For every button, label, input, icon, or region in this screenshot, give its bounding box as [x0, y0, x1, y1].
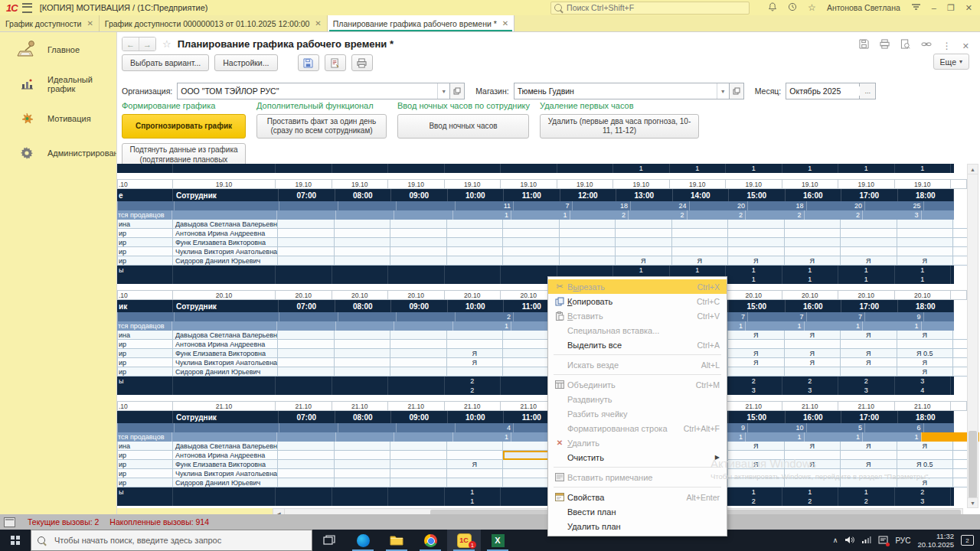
schedule-cell[interactable]: 2	[782, 377, 838, 386]
schedule-cell[interactable]	[560, 238, 616, 247]
preview-icon[interactable]	[900, 38, 910, 52]
shop-open-link-icon[interactable]	[730, 83, 744, 99]
schedule-cell[interactable]: 1	[862, 321, 921, 331]
taskbar-excel-icon[interactable]: X	[481, 530, 514, 551]
schedule-cell[interactable]	[503, 220, 560, 229]
schedule-cell[interactable]	[447, 238, 504, 247]
schedule-cell[interactable]	[390, 247, 447, 256]
schedule-cell[interactable]	[390, 451, 447, 460]
schedule-cell[interactable]: 1	[838, 275, 894, 284]
schedule-cell[interactable]	[276, 321, 335, 331]
action-button-2-1[interactable]: Проставить факт за один день(сразу по вс…	[256, 114, 387, 139]
schedule-cell[interactable]	[390, 256, 447, 266]
page-star-icon[interactable]: ☆	[162, 38, 172, 50]
schedule-cell[interactable]: Я	[785, 358, 841, 367]
schedule-cell[interactable]: 7	[806, 312, 865, 321]
minimize-button[interactable]: –	[932, 3, 936, 12]
schedule-cell[interactable]	[785, 220, 841, 229]
schedule-cell[interactable]	[672, 229, 729, 238]
schedule-cell[interactable]	[728, 451, 785, 460]
schedule-cell[interactable]: 3	[782, 386, 838, 395]
schedule-cell[interactable]	[275, 164, 332, 173]
context-menu-item-11[interactable]: ✕Удалить	[548, 435, 727, 450]
schedule-cell[interactable]	[278, 478, 335, 487]
schedule-cell[interactable]	[560, 247, 616, 256]
schedule-cell[interactable]: 1	[725, 275, 782, 284]
schedule-cell[interactable]	[390, 367, 447, 377]
schedule-cell[interactable]	[672, 220, 729, 229]
schedule-cell[interactable]	[278, 349, 335, 358]
taskbar-search[interactable]: Чтобы начать поиск, введите здесь запрос	[31, 530, 312, 551]
schedule-cell[interactable]	[616, 238, 672, 247]
schedule-cell[interactable]	[897, 247, 954, 256]
tab-close-icon[interactable]: ✕	[315, 19, 321, 28]
schedule-cell[interactable]	[785, 340, 841, 349]
schedule-cell[interactable]: Я	[897, 358, 954, 367]
shop-field[interactable]: ▼	[514, 83, 730, 99]
schedule-cell[interactable]: 2	[838, 377, 894, 386]
tab-close-icon[interactable]: ✕	[502, 19, 508, 28]
save-settings-button[interactable]	[298, 54, 319, 71]
global-search-input[interactable]	[565, 2, 746, 13]
schedule-cell[interactable]	[560, 256, 616, 266]
schedule-cell[interactable]: Я	[897, 256, 954, 266]
schedule-cell[interactable]: 2	[725, 497, 782, 506]
context-menu-item-16[interactable]: Удалить план	[548, 519, 727, 533]
schedule-cell[interactable]	[278, 247, 335, 256]
schedule-cell[interactable]	[447, 367, 504, 377]
schedule-cell[interactable]	[335, 229, 391, 238]
schedule-cell[interactable]	[387, 164, 444, 173]
schedule-cell[interactable]: 1	[782, 487, 838, 497]
schedule-cell[interactable]: Я	[897, 442, 954, 451]
schedule-cell[interactable]	[390, 460, 447, 469]
schedule-cell[interactable]	[785, 247, 841, 256]
schedule-cell[interactable]	[278, 367, 335, 377]
schedule-cell[interactable]: 9	[864, 312, 923, 321]
schedule-cell[interactable]	[447, 442, 504, 451]
schedule-cell[interactable]: 2	[570, 210, 629, 220]
schedule-cell[interactable]	[387, 266, 444, 275]
print-icon[interactable]	[880, 38, 890, 52]
schedule-cell[interactable]	[387, 487, 444, 497]
schedule-cell[interactable]	[728, 367, 785, 377]
schedule-cell[interactable]	[275, 487, 332, 497]
schedule-cell[interactable]: 1	[669, 266, 726, 275]
schedule-cell[interactable]	[728, 238, 785, 247]
context-menu-item-15[interactable]: Ввести план	[548, 504, 727, 519]
schedule-cell[interactable]	[396, 423, 455, 432]
context-menu-item-7[interactable]: ОбъединитьCtrl+M	[548, 377, 727, 392]
employee-name[interactable]: Функ Елизавета Викторовна	[173, 238, 278, 247]
context-menu-item-1[interactable]: ✂ВырезатьCtrl+X	[548, 279, 727, 294]
schedule-cell[interactable]	[841, 220, 897, 229]
schedule-cell[interactable]: 1	[452, 321, 511, 331]
schedule-cell[interactable]: 18	[747, 201, 806, 210]
schedule-cell[interactable]	[390, 469, 447, 478]
schedule-cell[interactable]	[785, 367, 841, 377]
schedule-cell[interactable]: 2	[804, 210, 863, 220]
schedule-cell[interactable]: 1	[725, 164, 782, 173]
hidden-icons-chevron-icon[interactable]: ∧	[833, 536, 838, 544]
schedule-cell[interactable]: 1	[804, 432, 863, 442]
schedule-cell[interactable]	[335, 442, 391, 451]
schedule-cell[interactable]	[335, 478, 391, 487]
schedule-cell[interactable]: 18	[572, 201, 631, 210]
restore-button[interactable]: ❐	[947, 3, 955, 13]
employee-name[interactable]: Чуклина Виктория Анатольевна	[173, 247, 278, 256]
employee-name[interactable]: Антонова Ирина Андреевна	[173, 340, 278, 349]
schedule-cell[interactable]	[785, 478, 841, 487]
start-button[interactable]	[0, 530, 31, 551]
month-input[interactable]	[786, 86, 896, 96]
schedule-cell[interactable]	[841, 340, 897, 349]
sidebar-item-1[interactable]: Главное	[0, 32, 116, 67]
schedule-cell[interactable]	[275, 266, 332, 275]
schedule-cell[interactable]	[335, 451, 391, 460]
context-menu-item-8[interactable]: Раздвинуть	[548, 392, 727, 406]
schedule-cell[interactable]	[338, 201, 397, 210]
schedule-cell[interactable]	[390, 331, 447, 340]
schedule-cell[interactable]	[335, 340, 391, 349]
schedule-cell[interactable]	[335, 367, 391, 377]
more-button[interactable]: Еще ▾	[933, 54, 969, 70]
schedule-cell[interactable]	[897, 220, 954, 229]
schedule-cell[interactable]: 2	[687, 210, 746, 220]
context-menu-item-5[interactable]: Выделить всеCtrl+A	[548, 337, 727, 352]
